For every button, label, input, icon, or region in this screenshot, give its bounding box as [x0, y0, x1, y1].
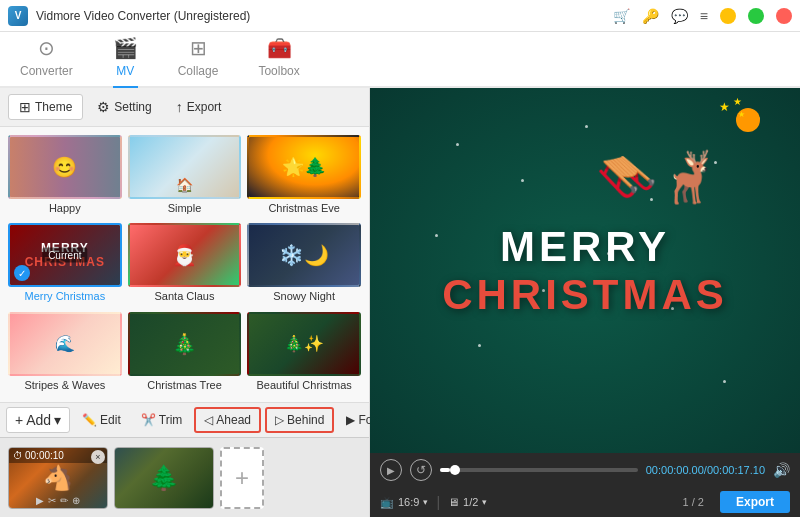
clip-close-1[interactable]: ×	[91, 450, 105, 464]
timeline-add-icon: +	[235, 464, 249, 492]
tab-collage-label: Collage	[178, 64, 219, 78]
tab-toolbox[interactable]: 🧰 Toolbox	[258, 36, 299, 86]
theme-icon: ⊞	[19, 99, 31, 115]
theme-simple[interactable]: 🏠 Simple	[128, 135, 242, 217]
edit-button[interactable]: ✏️ Edit	[74, 409, 129, 431]
timeline-add-button[interactable]: +	[220, 447, 264, 509]
volume-icon[interactable]: 🔊	[773, 462, 790, 478]
theme-merry-christmas-thumb: MERRY CHRISTMAS Current ✓	[8, 223, 122, 287]
theme-christmas-tree-thumb: 🎄	[128, 312, 242, 376]
ahead-button[interactable]: ◁ Ahead	[194, 407, 261, 433]
clip-controls-1: ▶ ✂ ✏ ⊕	[9, 495, 107, 506]
cart-icon[interactable]: 🛒	[613, 8, 630, 24]
menu-icon[interactable]: ≡	[700, 8, 708, 24]
time-display: 00:00:00.00/00:00:17.10	[646, 464, 765, 476]
ratio-dropdown-arrow: ▾	[423, 497, 428, 507]
preview-merry-text: MERRY	[442, 223, 728, 271]
export-row: 📺 16:9 ▾ | 🖥 1/2 ▾ 1 / 2 Export	[370, 487, 800, 517]
behind-button[interactable]: ▷ Behind	[265, 407, 334, 433]
theme-happy[interactable]: 😊 Happy	[8, 135, 122, 217]
theme-stripes-waves-label: Stripes & Waves	[24, 379, 105, 391]
chat-icon[interactable]: 💬	[671, 8, 688, 24]
progress-bar[interactable]	[440, 468, 638, 472]
tab-collage[interactable]: ⊞ Collage	[178, 36, 219, 86]
timeline: 🐴 ⏱ 00:00:10 × ▶ ✂ ✏ ⊕ 🌲 +	[0, 437, 369, 517]
controls-bar: ▶ ↺ 00:00:00.00/00:00:17.10 🔊	[370, 453, 800, 487]
star-3: ★	[733, 96, 742, 107]
reindeer-decoration: 🦌🛷	[596, 148, 720, 206]
theme-stripes-waves-thumb: 🌊	[8, 312, 122, 376]
theme-christmas-tree[interactable]: 🎄 Christmas Tree	[128, 312, 242, 394]
trim-button[interactable]: ✂️ Trim	[133, 409, 191, 431]
subtab-theme-label: Theme	[35, 100, 72, 114]
clip-time-1: 00:00:10	[25, 450, 64, 461]
ratio-label: 📺	[380, 496, 394, 509]
add-dropdown-arrow: ▾	[54, 412, 61, 428]
preview-main-content: MERRY CHRISTMAS	[442, 223, 728, 319]
behind-icon: ▷	[275, 413, 284, 427]
subtab-theme[interactable]: ⊞ Theme	[8, 94, 83, 120]
timeline-clip-1[interactable]: 🐴 ⏱ 00:00:10 × ▶ ✂ ✏ ⊕	[8, 447, 108, 509]
theme-snowy-night-thumb: ❄️🌙	[247, 223, 361, 287]
tab-converter[interactable]: ⊙ Converter	[20, 36, 73, 86]
theme-christmas-eve-thumb: 🌟🌲	[247, 135, 361, 199]
sub-tabs: ⊞ Theme ⚙ Setting ↑ Export	[0, 88, 369, 127]
ratio-selector[interactable]: 📺 16:9 ▾	[380, 496, 428, 509]
play-button[interactable]: ▶	[380, 459, 402, 481]
clip-cut-icon: ✂	[48, 495, 56, 506]
mv-icon: 🎬	[113, 36, 138, 60]
theme-merry-christmas[interactable]: MERRY CHRISTMAS Current ✓ Merry Christma…	[8, 223, 122, 305]
theme-snowy-night-label: Snowy Night	[273, 290, 335, 302]
snow-11	[478, 344, 481, 347]
app-title: Vidmore Video Converter (Unregistered)	[36, 9, 613, 23]
progress-handle[interactable]	[450, 465, 460, 475]
toolbox-icon: 🧰	[267, 36, 292, 60]
snow-6	[435, 234, 438, 237]
behind-label: Behind	[287, 413, 324, 427]
current-badge: Current	[42, 248, 87, 263]
subtab-export[interactable]: ↑ Export	[166, 95, 232, 119]
separator-1: |	[436, 494, 440, 510]
clip-info-icon: ⊕	[72, 495, 80, 506]
bottom-toolbar: + Add ▾ ✏️ Edit ✂️ Trim ◁ Ahead ▷ Behind…	[0, 402, 369, 437]
timeline-clip-2[interactable]: 🌲	[114, 447, 214, 509]
theme-beautiful-christmas-thumb: 🎄✨	[247, 312, 361, 376]
theme-santa-claus[interactable]: 🎅 Santa Claus	[128, 223, 242, 305]
close-button[interactable]	[776, 8, 792, 24]
maximize-button[interactable]	[748, 8, 764, 24]
tab-toolbox-label: Toolbox	[258, 64, 299, 78]
minimize-button[interactable]	[720, 8, 736, 24]
collage-icon: ⊞	[190, 36, 207, 60]
resolution-selector[interactable]: 🖥 1/2 ▾	[448, 496, 487, 508]
snow-3	[585, 125, 588, 128]
nav-tabs: ⊙ Converter 🎬 MV ⊞ Collage 🧰 Toolbox	[0, 32, 800, 88]
theme-christmas-eve[interactable]: 🌟🌲 Christmas Eve	[247, 135, 361, 217]
snow-1	[456, 143, 459, 146]
replay-button[interactable]: ↺	[410, 459, 432, 481]
theme-beautiful-christmas-label: Beautiful Christmas	[256, 379, 351, 391]
title-bar: V Vidmore Video Converter (Unregistered)…	[0, 0, 800, 32]
subtab-export-label: Export	[187, 100, 222, 114]
edit-icon: ✏️	[82, 413, 97, 427]
theme-stripes-waves[interactable]: 🌊 Stripes & Waves	[8, 312, 122, 394]
add-label: Add	[26, 412, 51, 428]
tab-mv[interactable]: 🎬 MV	[113, 36, 138, 88]
export-button[interactable]: Export	[720, 491, 790, 513]
key-icon[interactable]: 🔑	[642, 8, 659, 24]
trim-label: Trim	[159, 413, 183, 427]
subtab-setting[interactable]: ⚙ Setting	[87, 95, 161, 119]
theme-beautiful-christmas[interactable]: 🎄✨ Beautiful Christmas	[247, 312, 361, 394]
trim-icon: ✂️	[141, 413, 156, 427]
clip-edit-icon: ✏	[60, 495, 68, 506]
snow-2	[521, 179, 524, 182]
theme-christmas-tree-label: Christmas Tree	[147, 379, 222, 391]
theme-christmas-eve-label: Christmas Eve	[268, 202, 340, 214]
clip-time-icon: ⏱	[13, 450, 23, 461]
theme-snowy-night[interactable]: ❄️🌙 Snowy Night	[247, 223, 361, 305]
subtab-setting-label: Setting	[114, 100, 151, 114]
right-panel: ★ ★ ★ 🦌🛷 MERRY CHRISTMAS ▶ ↺ 00:00:00.00…	[370, 88, 800, 517]
resolution-dropdown-arrow: ▾	[482, 497, 487, 507]
export-icon: ↑	[176, 99, 183, 115]
add-button[interactable]: + Add ▾	[6, 407, 70, 433]
preview-area: ★ ★ ★ 🦌🛷 MERRY CHRISTMAS	[370, 88, 800, 453]
